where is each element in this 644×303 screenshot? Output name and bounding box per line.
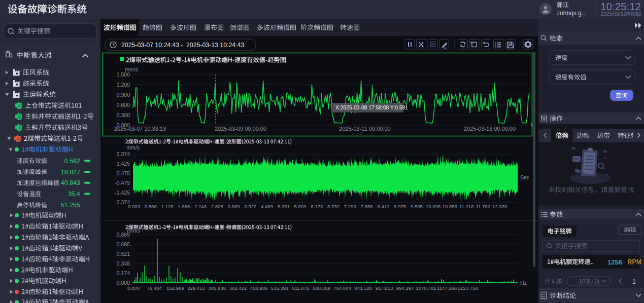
svg-text:6.732: 6.732 (327, 204, 340, 209)
svg-text:mm/s: mm/s (126, 144, 140, 150)
svg-text:11.216: 11.216 (459, 204, 474, 209)
svg-text:-: - (181, 42, 183, 49)
svg-text:-1.425: -1.425 (115, 190, 130, 196)
svg-text:0.300: 0.300 (117, 112, 130, 118)
svg-text:2025-03-13 10:24:43: 2025-03-13 10:24:43 (186, 42, 244, 49)
svg-text:11.782: 11.782 (476, 204, 491, 209)
svg-text:1.425: 1.425 (117, 161, 130, 167)
svg-text:5.609: 5.609 (294, 204, 307, 209)
svg-text:611.875: 611.875 (292, 285, 309, 291)
svg-text:6.173: 6.173 (311, 204, 323, 209)
svg-text:458.906: 458.906 (250, 285, 268, 291)
svg-text:1.686: 1.686 (178, 204, 190, 209)
svg-text:0.475: 0.475 (117, 170, 130, 176)
svg-text:Sec: Sec (520, 174, 529, 180)
svg-text:0.521: 0.521 (117, 251, 130, 257)
svg-text:1.200: 1.200 (117, 82, 130, 88)
svg-text:18.827: 18.827 (61, 169, 80, 176)
svg-text:152.969: 152.969 (166, 285, 184, 291)
svg-text:10.659: 10.659 (443, 204, 457, 209)
svg-text:40.843: 40.843 (61, 179, 80, 186)
svg-text:t: t (531, 122, 532, 128)
svg-text:Hz: Hz (520, 280, 527, 286)
svg-text:0.566: 0.566 (145, 204, 157, 209)
svg-text:7.293: 7.293 (344, 204, 356, 209)
svg-text:10:25:12: 10:25:12 (600, 1, 641, 12)
svg-text:994.297: 994.297 (396, 285, 414, 291)
svg-text:10.096: 10.096 (426, 204, 440, 209)
svg-text:1: 1 (632, 278, 636, 285)
svg-text:2.374: 2.374 (117, 151, 130, 157)
svg-text:X:2025-03-08 17:58:08 Y:0.591: X:2025-03-08 17:58:08 Y:0.591 (335, 105, 408, 110)
svg-text:1.500: 1.500 (117, 71, 130, 78)
svg-text:2.805: 2.805 (211, 204, 223, 209)
svg-text:12.339: 12.339 (492, 204, 507, 209)
svg-text:688.359: 688.359 (313, 285, 330, 291)
svg-text:5.051: 5.051 (278, 204, 290, 209)
svg-text:9.535: 9.535 (411, 204, 423, 209)
svg-text:7.856: 7.856 (361, 204, 373, 209)
svg-text:51.255: 51.255 (61, 202, 80, 209)
svg-text:0.869: 0.869 (117, 232, 130, 238)
svg-text:3.369: 3.369 (228, 204, 240, 209)
svg-text:0.900: 0.900 (117, 92, 130, 98)
svg-text:764.844: 764.844 (333, 285, 351, 291)
svg-text:1.126: 1.126 (161, 204, 174, 209)
svg-text:-0.475: -0.475 (115, 180, 130, 186)
svg-text:0.000: 0.000 (127, 285, 140, 291)
svg-text:305.938: 305.938 (208, 285, 226, 291)
svg-text:2025-03-11 00:00:00: 2025-03-11 00:00:00 (339, 126, 390, 132)
svg-text:535.391: 535.391 (271, 285, 289, 291)
svg-text:4.489: 4.489 (261, 204, 273, 209)
svg-text:3.922: 3.922 (244, 204, 256, 209)
svg-text:0.592: 0.592 (64, 158, 80, 165)
svg-text:8.412: 8.412 (377, 204, 389, 209)
svg-text:1147.266: 1147.266 (437, 285, 457, 291)
svg-text:2025/03/13: 2025/03/13 (601, 11, 626, 17)
svg-text:0.174: 0.174 (117, 270, 130, 276)
svg-text:1256: 1256 (607, 258, 622, 266)
svg-text:841.328: 841.328 (355, 285, 372, 291)
svg-text:2025-03-13 00:00:00: 2025-03-13 00:00:00 (464, 126, 516, 132)
svg-text:1070.781: 1070.781 (416, 285, 436, 291)
svg-text:0.348: 0.348 (117, 260, 130, 267)
svg-text:8.975: 8.975 (394, 204, 406, 209)
svg-text:2025-03-07 10:24:43: 2025-03-07 10:24:43 (121, 42, 179, 49)
svg-text:znhbqs g...: znhbqs g... (557, 10, 587, 17)
svg-text:76.484: 76.484 (147, 285, 162, 291)
svg-text:0.695: 0.695 (117, 241, 130, 247)
svg-text:2.243: 2.243 (194, 204, 207, 209)
svg-text:229.453: 229.453 (187, 285, 205, 291)
svg-text:2025-03-09 00:00:00: 2025-03-09 00:00:00 (215, 126, 266, 132)
svg-text:382.422: 382.422 (229, 285, 247, 291)
svg-text:1223.750: 1223.750 (458, 285, 478, 291)
svg-text:0.600: 0.600 (117, 102, 130, 108)
svg-text:0.003: 0.003 (128, 204, 140, 209)
svg-text:35.4: 35.4 (68, 191, 80, 198)
svg-text:2025-03-07 10:33:13: 2025-03-07 10:33:13 (114, 126, 166, 132)
svg-text:917.813: 917.813 (376, 285, 393, 291)
